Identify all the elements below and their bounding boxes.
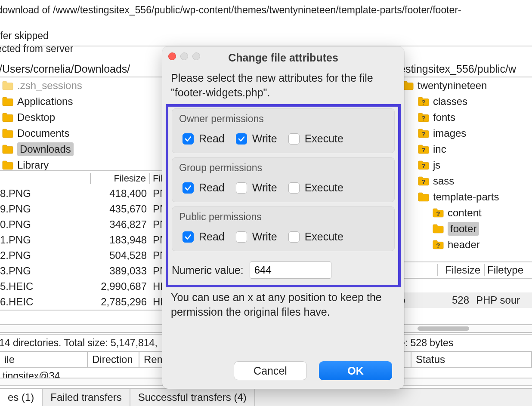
folder-icon: [2, 145, 14, 154]
group-label: Group permissions: [178, 158, 388, 181]
local-file-list[interactable]: Filesize Fil 8.PNG418,400PN9.PNG435,670P…: [0, 170, 164, 311]
folder-label: images: [433, 127, 466, 139]
svg-text:?: ?: [421, 130, 425, 137]
group-label: Owner permissions: [178, 109, 388, 132]
scrollbar[interactable]: [399, 324, 532, 333]
remote-tree-item[interactable]: ?sass: [400, 173, 532, 189]
folder-label: inc: [433, 143, 446, 155]
remote-tree-item[interactable]: template-parts: [400, 189, 532, 205]
folder-label: sass: [433, 175, 454, 187]
remote-list-row[interactable]: p 528 PHP sour: [399, 292, 532, 308]
public-read-checkbox[interactable]: Read: [182, 231, 225, 243]
checkbox-icon: [182, 231, 194, 243]
list-item[interactable]: 9.PNG435,670PN: [0, 201, 163, 217]
public-execute-checkbox[interactable]: Execute: [288, 231, 343, 243]
bottom-tabs: es (1) Failed transfers Successful trans…: [0, 388, 532, 406]
folder-icon: ?: [418, 176, 430, 186]
cancel-button[interactable]: Cancel: [234, 361, 307, 380]
remote-tree-item[interactable]: twentynineteen: [400, 77, 532, 93]
checkbox-label: Read: [199, 231, 225, 243]
remote-list-header: Filesize Filetype: [399, 261, 532, 279]
local-tree-item[interactable]: Desktop: [0, 109, 163, 125]
file-type: PN: [150, 249, 163, 261]
checkbox-label: Read: [199, 181, 225, 194]
close-window-button[interactable]: [168, 52, 176, 60]
folder-label: header: [448, 239, 480, 251]
file-size: 2,990,687: [90, 280, 150, 292]
folder-icon: [2, 81, 14, 90]
tab-queued-files[interactable]: es (1): [0, 389, 43, 406]
list-item[interactable]: 8.PNG418,400PN: [0, 186, 163, 201]
numeric-value-input[interactable]: [250, 261, 331, 279]
local-path-text: /Users/cornelia/Downloads/: [0, 63, 130, 75]
checkbox-label: Execute: [305, 132, 343, 145]
col-filesize[interactable]: Filesize: [90, 173, 150, 184]
local-tree-item[interactable]: Documents: [0, 125, 163, 141]
remote-tree-item[interactable]: ?content: [400, 205, 532, 221]
tab-failed-transfers[interactable]: Failed transfers: [43, 389, 130, 406]
file-type: HE: [150, 280, 163, 292]
file-type: HE: [150, 296, 163, 308]
file-size: 389,033: [90, 265, 150, 277]
remote-tree-item[interactable]: ?images: [400, 125, 532, 141]
file-size: 183,948: [90, 234, 150, 246]
local-tree-item[interactable]: Downloads: [0, 141, 163, 157]
public-write-checkbox[interactable]: Write: [236, 231, 277, 243]
col-filesize[interactable]: Filesize: [437, 264, 485, 276]
owner-read-checkbox[interactable]: Read: [182, 132, 225, 145]
remote-tree-item[interactable]: ?inc: [400, 141, 532, 157]
numeric-value-label: Numeric value:: [172, 264, 244, 277]
tab-successful-transfers[interactable]: Successful transfers (4): [130, 389, 255, 406]
col-direction[interactable]: Direction: [88, 352, 139, 367]
checkbox-icon: [288, 133, 300, 145]
remote-path-text: estingsitex_556/public/w: [399, 63, 516, 75]
remote-tree-item[interactable]: ?js: [400, 157, 532, 173]
remote-tree-item[interactable]: ?classes: [400, 93, 532, 109]
owner-write-checkbox[interactable]: Write: [236, 132, 277, 145]
col-file[interactable]: ile: [0, 352, 88, 367]
list-item[interactable]: 5.HEIC2,990,687HE: [0, 279, 163, 294]
file-name: 0.PNG: [0, 218, 90, 231]
group-permissions-group: Group permissionsReadWriteExecute: [172, 157, 395, 202]
window-controls: [168, 52, 200, 60]
minimize-window-button[interactable]: [180, 52, 188, 60]
folder-label: fonts: [433, 111, 455, 123]
remote-tree-item[interactable]: footer: [400, 221, 532, 237]
folder-icon: ?: [418, 160, 430, 170]
list-item[interactable]: 1.PNG183,948PN: [0, 232, 163, 248]
list-item[interactable]: 0.PNG346,827PN: [0, 217, 163, 232]
svg-text:?: ?: [421, 146, 425, 153]
file-name: 3.PNG: [0, 265, 90, 277]
zoom-window-button[interactable]: [192, 52, 200, 60]
list-item[interactable]: 2.PNG504,528PN: [0, 248, 163, 263]
list-item[interactable]: 6.HEIC2,785,296HE: [0, 294, 163, 310]
remote-tree-item[interactable]: ?header: [400, 237, 532, 252]
file-type: PN: [150, 203, 163, 215]
checkbox-icon: [288, 231, 300, 243]
ok-button[interactable]: OK: [319, 361, 392, 380]
local-tree-item[interactable]: Applications: [0, 93, 163, 109]
group-label: Public permissions: [178, 207, 388, 231]
remote-tree-item[interactable]: ?fonts: [400, 109, 532, 125]
list-item[interactable]: 3.PNG389,033PN: [0, 263, 163, 279]
file-size: 2,785,296: [90, 296, 150, 308]
group-execute-checkbox[interactable]: Execute: [288, 181, 343, 194]
svg-text:?: ?: [421, 178, 425, 185]
col-filetype[interactable]: Fil: [150, 173, 163, 184]
file-size: 504,528: [90, 249, 150, 261]
group-read-checkbox[interactable]: Read: [182, 181, 225, 194]
col-filetype[interactable]: Filetype: [485, 264, 532, 276]
folder-label: Applications: [17, 95, 73, 108]
log-line: e transfer skipped: [0, 29, 532, 42]
col-status[interactable]: Status: [411, 352, 532, 367]
checkbox-icon: [236, 133, 247, 145]
dialog-titlebar[interactable]: Change file attributes: [162, 46, 404, 69]
dialog-hint: You can use an x at any position to keep…: [162, 287, 404, 319]
folder-label: .zsh_sessions: [17, 80, 82, 92]
local-tree-item[interactable]: .zsh_sessions: [0, 77, 163, 93]
file-type: PN: [150, 188, 163, 200]
file-type: PN: [150, 234, 163, 246]
owner-execute-checkbox[interactable]: Execute: [288, 132, 343, 145]
group-write-checkbox[interactable]: Write: [236, 181, 277, 194]
folder-icon: ?: [418, 113, 430, 122]
